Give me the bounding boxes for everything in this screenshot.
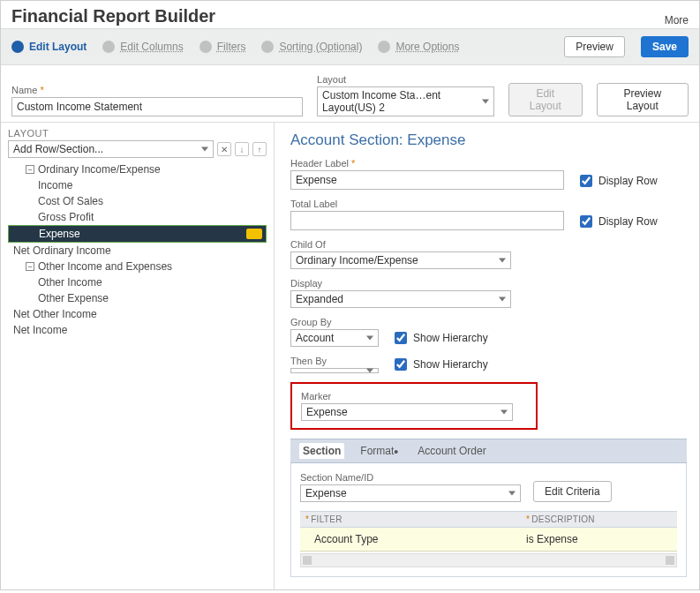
header-label-label: Header Label [290, 158, 564, 169]
section-name-label: Section Name/ID [300, 472, 521, 483]
tree-item[interactable]: Gross Profit [8, 209, 267, 225]
criteria-desc-cell: is Expense [526, 533, 672, 545]
step-bar: Edit Layout Edit Columns Filters Sorting… [1, 28, 699, 65]
tree-item-label: Other Income and Expenses [38, 260, 172, 273]
tree-item[interactable]: Net Other Income [8, 306, 267, 322]
display-label: Display [290, 278, 511, 289]
step-label: Edit Columns [120, 41, 183, 53]
tree-item[interactable]: Net Ordinary Income [8, 243, 267, 259]
tree-item-label: Other Income [38, 276, 102, 289]
group-by-label: Group By [290, 317, 379, 327]
section-name-select[interactable]: Expense [300, 484, 521, 502]
step-sorting[interactable]: Sorting (Optional) [261, 41, 362, 53]
tree-item[interactable]: Net Income [8, 322, 267, 338]
checkbox-icon[interactable] [580, 175, 592, 187]
layout-label: Layout [317, 74, 494, 85]
total-label-label: Total Label [290, 199, 564, 209]
tree-item-label: Income [38, 179, 72, 191]
tree-item[interactable]: Expense [8, 225, 267, 243]
tree-item[interactable]: Other Income [8, 274, 267, 290]
edit-indicator-icon [246, 229, 262, 239]
step-dot-icon [199, 41, 212, 53]
tree-item[interactable]: Other Expense [8, 290, 267, 306]
preview-button[interactable]: Preview [564, 36, 625, 57]
show-hierarchy-label: Show Hierarchy [413, 332, 488, 344]
step-dot-icon [378, 41, 390, 53]
display-row-checkbox-1[interactable]: Display Row [576, 172, 658, 190]
horizontal-scrollbar[interactable] [300, 553, 677, 567]
group-by-select[interactable]: Account [290, 329, 379, 347]
step-label: Sorting (Optional) [279, 41, 362, 53]
name-input[interactable] [11, 97, 303, 116]
tree-item[interactable]: Cost Of Sales [8, 193, 267, 209]
checkbox-icon[interactable] [395, 358, 407, 371]
step-dot-icon [11, 41, 24, 53]
step-dot-icon [261, 41, 274, 53]
show-hierarchy-checkbox-2[interactable]: Show Hierarchy [391, 356, 488, 373]
header-label-input[interactable] [290, 170, 564, 190]
move-down-icon[interactable]: ↓ [235, 142, 249, 156]
page-title: Financial Report Builder [11, 6, 215, 26]
layout-panel-title: LAYOUT [8, 128, 267, 139]
name-label: Name [11, 85, 303, 95]
criteria-row[interactable]: Account Type is Expense [300, 528, 677, 552]
child-of-label: Child Of [290, 239, 511, 250]
subtab-bar: Section Format• Account Order [290, 439, 687, 463]
tree-item-label: Cost Of Sales [38, 195, 103, 207]
subtab-format[interactable]: Format• [357, 443, 402, 459]
layout-select[interactable]: Custom Income Sta…ent Layout(US) 2 [317, 86, 494, 116]
collapse-icon[interactable]: − [26, 262, 34, 271]
criteria-grid-header: *Filter *Description [300, 511, 677, 528]
subtab-section[interactable]: Section [299, 443, 344, 459]
show-hierarchy-checkbox-1[interactable]: Show Hierarchy [391, 329, 488, 347]
subtab-account-order[interactable]: Account Order [414, 443, 489, 459]
step-filters[interactable]: Filters [199, 41, 246, 53]
total-label-input[interactable] [290, 211, 564, 230]
step-edit-columns[interactable]: Edit Columns [102, 41, 183, 53]
tree-item-label: Net Income [13, 324, 67, 336]
checkbox-icon[interactable] [580, 215, 592, 228]
preview-layout-button[interactable]: Preview Layout [597, 83, 689, 116]
tree-item-label: Expense [39, 228, 80, 240]
marker-label: Marker [301, 391, 527, 402]
step-more-options[interactable]: More Options [378, 41, 459, 53]
tree-item-label: Other Expense [38, 292, 109, 304]
save-button[interactable]: Save [641, 36, 689, 57]
marker-select[interactable]: Expense [301, 403, 513, 421]
tree-item[interactable]: Income [8, 177, 267, 193]
display-row-checkbox-2[interactable]: Display Row [576, 213, 658, 230]
step-label: More Options [395, 41, 459, 53]
tree-item-label: Gross Profit [38, 211, 94, 223]
display-row-label: Display Row [598, 175, 658, 187]
display-select[interactable]: Expanded [290, 290, 511, 308]
add-row-select[interactable]: Add Row/Section... [8, 140, 214, 158]
tree-item-label: Net Other Income [13, 308, 97, 320]
step-label: Edit Layout [29, 41, 87, 53]
tree-item[interactable]: −Other Income and Expenses [8, 259, 267, 274]
move-up-icon[interactable]: ↑ [252, 142, 267, 156]
then-by-select[interactable] [290, 368, 379, 373]
edit-layout-button: Edit Layout [508, 83, 582, 116]
show-hierarchy-label: Show Hierarchy [413, 358, 488, 371]
section-title: Account Section: Expense [290, 131, 687, 149]
then-by-label: Then By [290, 356, 379, 366]
display-row-label: Display Row [598, 215, 658, 228]
step-dot-icon [102, 41, 115, 53]
layout-panel: LAYOUT Add Row/Section... ✕ ↓ ↑ −Ordinar… [1, 123, 275, 589]
tree-item[interactable]: −Ordinary Income/Expense [8, 161, 267, 177]
edit-criteria-button[interactable]: Edit Criteria [533, 481, 612, 502]
step-label: Filters [217, 41, 246, 53]
checkbox-icon[interactable] [395, 332, 407, 344]
tree-item-label: Ordinary Income/Expense [38, 163, 161, 176]
child-of-select[interactable]: Ordinary Income/Expense [290, 251, 511, 269]
tree-item-label: Net Ordinary Income [13, 244, 111, 257]
step-edit-layout[interactable]: Edit Layout [11, 41, 87, 53]
criteria-filter-cell: Account Type [305, 533, 526, 545]
marker-highlight: Marker Expense [290, 382, 538, 430]
collapse-icon[interactable]: − [26, 165, 34, 174]
more-link[interactable]: More [665, 14, 689, 26]
delete-icon[interactable]: ✕ [217, 142, 231, 156]
